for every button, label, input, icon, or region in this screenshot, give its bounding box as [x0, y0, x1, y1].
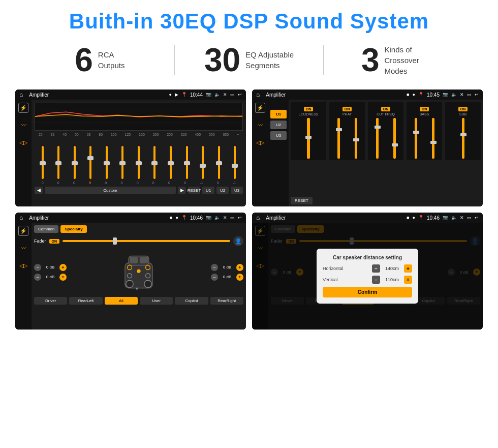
sp-row-3: − 0 dB +	[211, 264, 243, 271]
confirm-button[interactable]: Confirm	[323, 287, 412, 297]
speaker-icon-tr[interactable]: ◁▷	[255, 137, 265, 147]
copilot-btn[interactable]: Copilot	[175, 297, 208, 305]
home-icon-bl[interactable]: ⌂	[19, 214, 23, 221]
sp-plus-2[interactable]: +	[59, 274, 67, 281]
eq-icon-bl[interactable]: ⚡	[18, 226, 28, 236]
home-icon-br[interactable]: ⌂	[256, 214, 260, 221]
eq-slider-6[interactable]	[121, 146, 123, 179]
vertical-plus-btn[interactable]: +	[404, 276, 412, 284]
sp-minus-2[interactable]: −	[34, 274, 41, 281]
stat-label-eq: EQ Adjustable Segments	[245, 49, 294, 71]
dsp-reset-btn[interactable]: RESET	[291, 197, 313, 204]
loudness-on[interactable]: ON	[304, 107, 314, 111]
eq-slider-11[interactable]	[202, 146, 204, 179]
fader-on-badge[interactable]: ON	[49, 239, 60, 244]
user-btn[interactable]: User	[140, 297, 173, 305]
vol-icon: 🔈	[214, 92, 220, 97]
phat-on[interactable]: ON	[343, 107, 352, 111]
rect-icon: ▭	[230, 92, 235, 97]
eq-slider-2[interactable]	[57, 146, 59, 179]
dsp-bass: ON BASS	[407, 102, 442, 160]
sp-plus-1[interactable]: +	[59, 264, 67, 271]
eq-reset-btn[interactable]: RESET	[188, 187, 200, 194]
home-icon-tr[interactable]: ⌂	[256, 91, 260, 98]
sp-minus-3[interactable]: −	[211, 264, 218, 271]
sp-minus-4[interactable]: −	[211, 274, 218, 281]
rearleft-btn[interactable]: RearLeft	[69, 297, 102, 305]
home-icon[interactable]: ⌂	[19, 91, 23, 98]
screen-time-tl: 10:44	[190, 92, 203, 98]
eq-bottom-bar: ◀ Custom ▶ RESET U1 U2 U3	[35, 187, 243, 194]
screen-time-tr: 10:45	[427, 92, 440, 98]
wave-icon-bl[interactable]: 〰	[18, 243, 28, 253]
sidebar-bl: ⚡ 〰 ◁▷	[15, 223, 32, 330]
distance-dialog: Car speaker distance setting Horizontal …	[317, 249, 418, 304]
cutfreq-on[interactable]: ON	[381, 107, 391, 111]
eq-slider-8[interactable]	[153, 146, 155, 179]
screen-title-br: Amplifier	[266, 215, 403, 221]
sp-minus-1[interactable]: −	[34, 264, 41, 271]
rearright-btn[interactable]: RearRight	[210, 297, 243, 305]
stat-eq: 30 EQ Adjustable Segments	[180, 44, 319, 76]
dialog-title: Car speaker distance setting	[323, 255, 412, 260]
eq-slider-10[interactable]	[186, 146, 188, 179]
fader-row: Fader ON 👤	[34, 236, 243, 246]
u2-preset-btn[interactable]: U2	[270, 121, 287, 129]
svg-text:▼: ▼	[135, 286, 139, 291]
sp-plus-4[interactable]: +	[236, 274, 243, 281]
pin-icon: 📍	[181, 92, 187, 97]
eq-slider-3[interactable]	[74, 146, 76, 179]
eq-icon-tr[interactable]: ⚡	[255, 103, 265, 113]
screenshots-grid: ⌂ Amplifier ● ▶ 📍 10:44 📷 🔈 ✕ ▭ ↩ ⚡ 〰 ◁▷	[0, 85, 498, 340]
wave-icon-tr[interactable]: 〰	[255, 120, 265, 130]
screen-time-br: 10:46	[427, 215, 440, 221]
eq-slider-4[interactable]	[89, 146, 91, 179]
stat-number-rca: 6	[75, 44, 93, 76]
common-tab[interactable]: Common	[34, 225, 58, 233]
eq-u2-btn[interactable]: U2	[216, 187, 229, 194]
speaker-icon-bl[interactable]: ◁▷	[18, 260, 28, 271]
screen-crossover: ⌂ Amplifier ■ ● 📍 10:46 📷 🔈 ✕ ▭ ↩ ⚡ 〰 ◁▷…	[15, 213, 246, 330]
dsp-controls-row: ON LOUDNESS ON PHAT	[291, 102, 481, 160]
eq-slider-5[interactable]	[106, 146, 108, 179]
eq-prev-btn[interactable]: ◀	[35, 187, 43, 194]
fader-handle[interactable]	[113, 237, 117, 245]
eq-icon[interactable]: ⚡	[18, 103, 28, 113]
eq-slider-13[interactable]	[234, 146, 236, 179]
specialty-tab[interactable]: Specialty	[60, 225, 86, 233]
eq-slider-12[interactable]	[218, 146, 220, 179]
back-icon[interactable]: ↩	[238, 92, 242, 97]
x-icon: ✕	[223, 92, 227, 97]
eq-u3-btn[interactable]: U3	[231, 187, 243, 194]
sidebar-tl: ⚡ 〰 ◁▷	[15, 100, 32, 206]
dialog-vertical-row: Vertical − 110cm +	[323, 276, 412, 284]
bass-on[interactable]: ON	[420, 107, 429, 111]
back-icon-br[interactable]: ↩	[475, 215, 479, 220]
eq-next-btn[interactable]: ▶	[178, 187, 186, 194]
sp-row-1: − 0 dB +	[34, 264, 67, 271]
sub-on[interactable]: ON	[458, 107, 468, 111]
driver-btn[interactable]: Driver	[34, 297, 67, 305]
eq-slider-9[interactable]	[170, 146, 172, 179]
back-icon-tr[interactable]: ↩	[475, 92, 479, 97]
eq-slider-7[interactable]	[138, 146, 140, 179]
screen-title-bl: Amplifier	[29, 215, 167, 221]
horizontal-plus-btn[interactable]: +	[404, 264, 412, 273]
sp-row-4: − 0 dB +	[211, 274, 243, 281]
horizontal-label: Horizontal	[323, 266, 369, 271]
sp-plus-3[interactable]: +	[236, 264, 243, 271]
eq-u1-btn[interactable]: U1	[202, 187, 214, 194]
all-btn[interactable]: All	[105, 297, 138, 305]
dot-icon: ●	[169, 92, 172, 97]
wave-icon[interactable]: 〰	[18, 120, 28, 130]
fader-slider[interactable]	[63, 240, 230, 242]
eq-slider-1[interactable]	[42, 146, 44, 179]
stat-number-crossover: 3	[361, 44, 380, 76]
horizontal-minus-btn[interactable]: −	[372, 264, 380, 273]
u1-preset-btn[interactable]: U1	[270, 110, 287, 118]
vertical-minus-btn[interactable]: −	[372, 276, 380, 284]
speaker-icon[interactable]: ◁▷	[18, 137, 28, 147]
u3-preset-btn[interactable]: U3	[270, 131, 287, 140]
eq-preset-label[interactable]: Custom	[45, 187, 176, 194]
back-icon-bl[interactable]: ↩	[238, 215, 242, 220]
